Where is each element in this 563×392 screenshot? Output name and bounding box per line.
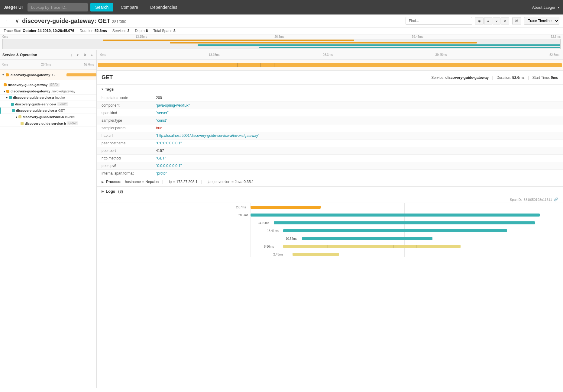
span-link-icon[interactable]: 🔗 — [554, 198, 558, 201]
tag-val-2: "server" — [151, 109, 563, 117]
combined-right: 0ms 13.15ms 26.3ms 39.45ms 52.6ms GET — [97, 50, 563, 388]
tag-key-0: http.status_code — [97, 94, 151, 102]
process-eq2: = — [173, 180, 175, 184]
right-ruler-t3: 39.45ms — [435, 53, 447, 56]
process-expand-icon[interactable]: ▶ — [102, 180, 104, 184]
trace-id-input[interactable] — [28, 3, 88, 11]
s4-service: discovery-guide-service-a — [13, 96, 54, 99]
trace-depth-meta: Depth 6 — [135, 29, 148, 33]
compare-nav-button[interactable]: Compare — [116, 3, 143, 11]
tag-key-1: component — [97, 102, 151, 109]
trace-depth-label: Depth — [135, 29, 144, 33]
root-span-row[interactable]: ▾ discovery-guide-gateway GET — [0, 69, 96, 80]
expand-down-button[interactable]: ↡ — [82, 52, 88, 58]
span-item-s5[interactable]: discovery-guide-service-a GRAY — [0, 101, 96, 108]
logs-section-header[interactable]: ▶ Logs (8) — [97, 187, 563, 196]
bottom-bar-row-7: 2.43ms — [97, 250, 563, 258]
bar5 — [302, 237, 432, 240]
about-nav-link[interactable]: About Jaeger — [532, 5, 555, 10]
view-selector[interactable]: Trace Timeline — [524, 17, 559, 25]
main-container: Service & Operation ↓ > ↡ » 0ms 26.3ms 5… — [0, 50, 563, 388]
minimap-time-labels: 0ms 13.15ms 26.3ms 39.45ms 52.6ms — [0, 34, 563, 39]
s3-color-dot — [6, 90, 9, 93]
minimap-t2: 26.3ms — [274, 35, 284, 38]
trace-duration-meta: Duration 52.6ms — [80, 29, 107, 33]
bar5-label: 10.52ms — [286, 237, 297, 240]
collapse-right-button[interactable]: > — [75, 52, 80, 58]
tag-row-10: internal.span.format"proto" — [97, 170, 563, 177]
s3-service: discovery-guide-gateway — [11, 89, 50, 93]
tick1 — [237, 63, 238, 67]
back-button[interactable]: ← — [4, 18, 12, 24]
tag-key-7: peer.port — [97, 147, 151, 155]
bar2-label: 28.5ms — [238, 214, 248, 217]
right-ruler-t0: 0ms — [100, 53, 106, 56]
ruler-t2: 26.3ms — [8, 63, 84, 66]
bar4 — [283, 229, 507, 232]
root-expand-icon[interactable]: ▾ — [2, 73, 4, 76]
bottom-bar-row-3: 24.19ms — [97, 219, 563, 227]
bar6 — [283, 245, 460, 248]
find-up-button[interactable]: ∧ — [484, 18, 492, 24]
tag-key-4: sampler.param — [97, 124, 151, 132]
bottom-bar-row-2: 28.5ms — [97, 211, 563, 219]
tag-row-2: span.kind"server" — [97, 109, 563, 117]
trace-service-name: discovery-guide-gateway — [22, 18, 94, 24]
keyboard-shortcut-button[interactable]: ⌘ — [512, 18, 521, 24]
bar4-label: 18.41ms — [267, 229, 278, 233]
trace-id: 381f050 — [112, 19, 126, 24]
s7-expand-icon[interactable]: ▾ — [16, 115, 17, 119]
bar6-label: 8.86ms — [264, 245, 274, 248]
find-prev-button[interactable]: ◉ — [475, 18, 484, 24]
y-tick1 — [328, 245, 328, 248]
detail-service-value: discovery-guide-gateway — [445, 76, 489, 80]
tag-val-4: true — [151, 124, 563, 132]
tags-section-header[interactable]: ▾ Tags — [97, 85, 563, 94]
right-ruler-t1: 13.15ms — [209, 53, 220, 56]
bottom-area: GET Service: discovery-guide-gateway | D… — [97, 71, 563, 388]
span-item-s8[interactable]: discovery-guide-service-b GRAY — [0, 120, 96, 127]
detail-meta-sep2: | — [528, 76, 529, 80]
root-span-bar-row — [97, 60, 563, 71]
logs-chevron-icon: ▶ — [102, 190, 104, 193]
find-close-button[interactable]: ✕ — [501, 18, 509, 24]
detail-meta: Service: discovery-guide-gateway | Durat… — [431, 76, 558, 80]
tag-key-2: span.kind — [97, 109, 151, 117]
tags-chevron-icon: ▾ — [102, 88, 103, 91]
minimap[interactable]: 0ms 13.15ms 26.3ms 39.45ms 52.6ms — [0, 34, 563, 50]
span-item-s2[interactable]: discovery-guide-gateway GRAY — [0, 82, 96, 88]
s6-op: GET — [58, 109, 65, 112]
tag-val-3: "const" — [151, 117, 563, 124]
find-down-button[interactable]: ∨ — [493, 18, 500, 24]
tag-val-8: "GET" — [151, 155, 563, 162]
s3-expand-icon[interactable]: ▾ — [4, 90, 5, 93]
bottom-bar-row-6: 8.86ms — [97, 243, 563, 250]
span-item-s7[interactable]: ▾ discovery-guide-service-b invoke — [0, 114, 96, 120]
s4-expand-icon[interactable]: ▾ — [6, 96, 8, 99]
minimap-viewport[interactable] — [2, 39, 561, 49]
trace-service-title: discovery-guide-gateway: GET 381f050 — [22, 18, 126, 24]
span-item-s4[interactable]: ▾ discovery-guide-service-a invoke — [0, 95, 96, 101]
search-nav-button[interactable]: Search — [90, 3, 113, 11]
tag-val-5: "http://localhost:5001/discovery-guide-s… — [151, 132, 563, 140]
bar1-label: 2.07ms — [236, 206, 246, 209]
expand-all-button[interactable]: » — [89, 52, 94, 58]
right-ruler-t2: 26.3ms — [323, 53, 333, 56]
find-input[interactable] — [406, 17, 472, 25]
minimap-t3: 39.45ms — [412, 35, 423, 38]
collapse-down-button[interactable]: ↓ — [69, 52, 74, 58]
process-eq1: = — [142, 180, 144, 184]
detail-op-name: GET — [102, 74, 113, 81]
detail-meta-sep1: | — [492, 76, 493, 80]
ruler-t4: 52.6ms — [84, 63, 94, 66]
tag-key-8: http.method — [97, 155, 151, 162]
trace-chevron-icon: ∨ — [15, 18, 19, 24]
span-item-s6[interactable]: discovery-guide-service-a GET — [0, 108, 96, 114]
s8-tag: GRAY — [67, 121, 78, 125]
root-span-color — [6, 73, 9, 76]
dependencies-nav-button[interactable]: Dependencies — [145, 3, 182, 11]
root-service-name: discovery-guide-gateway — [11, 73, 50, 77]
bar3 — [274, 221, 535, 224]
bottom-bar-row-1: 2.07ms — [97, 203, 563, 211]
span-item-s3[interactable]: ▾ discovery-guide-gateway /invoke/gatewa… — [0, 88, 96, 95]
